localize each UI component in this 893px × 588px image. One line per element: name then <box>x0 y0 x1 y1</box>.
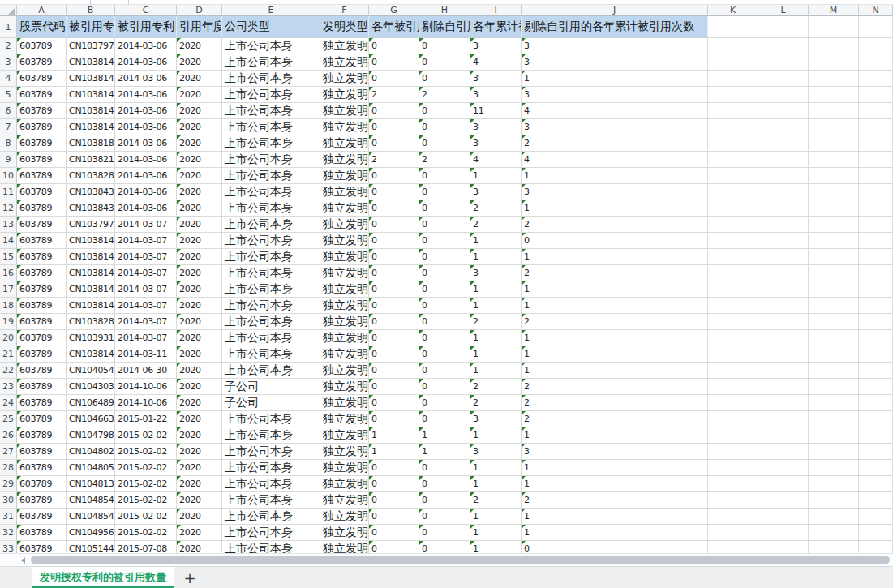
cell-K21[interactable] <box>708 346 758 363</box>
cell-E28[interactable]: 上市公司本身 <box>222 460 320 476</box>
cell-M29[interactable] <box>809 476 859 492</box>
cell-K22[interactable] <box>708 363 758 379</box>
cell-B14[interactable]: CN103814 <box>67 233 115 249</box>
cell-J22[interactable]: 1 <box>522 363 708 379</box>
cell-I29[interactable]: 1 <box>470 476 522 492</box>
cell-N7[interactable] <box>859 119 893 135</box>
cell-C3[interactable]: 2014-03-06 <box>115 54 177 71</box>
cell-L32[interactable] <box>758 525 809 541</box>
cell-G21[interactable]: 0 <box>369 346 419 363</box>
cell-F32[interactable]: 独立发明 <box>320 525 369 541</box>
cell-B27[interactable]: CN104802 <box>67 444 115 460</box>
cell-I11[interactable]: 3 <box>470 184 522 200</box>
cell-H29[interactable]: 0 <box>419 476 470 492</box>
cell-N31[interactable] <box>859 509 893 525</box>
cell-C5[interactable]: 2014-03-06 <box>115 87 177 103</box>
cell-A1[interactable]: 股票代码 <box>17 16 67 38</box>
cell-H31[interactable]: 0 <box>419 509 470 525</box>
cell-C4[interactable]: 2014-03-06 <box>115 71 177 87</box>
row-number-26[interactable]: 26 <box>0 427 17 444</box>
cell-E4[interactable]: 上市公司本身 <box>222 71 320 87</box>
cell-A33[interactable]: 603789 <box>17 541 67 553</box>
cell-B22[interactable]: CN104054 <box>67 363 115 379</box>
cell-H6[interactable]: 0 <box>419 103 470 119</box>
cell-C6[interactable]: 2014-03-06 <box>115 103 177 119</box>
row-number-33[interactable]: 33 <box>0 541 17 553</box>
cell-F10[interactable]: 独立发明 <box>320 168 369 184</box>
cell-J10[interactable]: 1 <box>522 168 708 184</box>
cell-C22[interactable]: 2014-06-30 <box>115 363 177 379</box>
cell-E16[interactable]: 上市公司本身 <box>222 265 320 281</box>
cell-B21[interactable]: CN103814 <box>67 346 115 363</box>
cell-E5[interactable]: 上市公司本身 <box>222 87 320 103</box>
row-number-12[interactable]: 12 <box>0 200 17 217</box>
cell-D12[interactable]: 2020 <box>177 200 222 217</box>
cell-H4[interactable]: 0 <box>419 71 470 87</box>
cell-E30[interactable]: 上市公司本身 <box>222 492 320 509</box>
cell-M26[interactable] <box>809 427 859 444</box>
cell-C7[interactable]: 2014-03-06 <box>115 119 177 135</box>
cell-I23[interactable]: 2 <box>470 379 522 395</box>
cell-J11[interactable]: 3 <box>522 184 708 200</box>
cell-I25[interactable]: 3 <box>470 411 522 427</box>
column-header-C[interactable]: C <box>115 5 177 16</box>
row-number-22[interactable]: 22 <box>0 363 17 379</box>
cell-I8[interactable]: 3 <box>470 135 522 152</box>
scroll-left-arrow-icon[interactable] <box>21 557 25 564</box>
cell-G11[interactable]: 0 <box>369 184 419 200</box>
cell-D16[interactable]: 2020 <box>177 265 222 281</box>
cell-I33[interactable]: 1 <box>470 541 522 553</box>
cell-F31[interactable]: 独立发明 <box>320 509 369 525</box>
cell-L20[interactable] <box>758 330 809 346</box>
cell-D2[interactable]: 2020 <box>177 38 222 54</box>
column-header-E[interactable]: E <box>222 5 320 16</box>
cell-K3[interactable] <box>708 54 758 71</box>
cell-E1[interactable]: 公司类型 <box>222 16 320 38</box>
cell-K25[interactable] <box>708 411 758 427</box>
cell-E20[interactable]: 上市公司本身 <box>222 330 320 346</box>
cell-A4[interactable]: 603789 <box>17 71 67 87</box>
cell-M24[interactable] <box>809 395 859 411</box>
cell-M18[interactable] <box>809 298 859 314</box>
cell-J1[interactable]: 剔除自引用的各年累计被引用次数 <box>522 16 708 38</box>
cell-C21[interactable]: 2014-03-11 <box>115 346 177 363</box>
cell-F28[interactable]: 独立发明 <box>320 460 369 476</box>
cell-H2[interactable]: 0 <box>419 38 470 54</box>
cell-G9[interactable]: 2 <box>369 152 419 168</box>
column-header-I[interactable]: I <box>470 5 522 16</box>
cell-A18[interactable]: 603789 <box>17 298 67 314</box>
cell-N6[interactable] <box>859 103 893 119</box>
cell-K31[interactable] <box>708 509 758 525</box>
cell-A8[interactable]: 603789 <box>17 135 67 152</box>
cell-J17[interactable]: 1 <box>522 281 708 298</box>
row-number-21[interactable]: 21 <box>0 346 17 363</box>
cell-E23[interactable]: 子公司 <box>222 379 320 395</box>
cell-L10[interactable] <box>758 168 809 184</box>
cell-D20[interactable]: 2020 <box>177 330 222 346</box>
cell-C9[interactable]: 2014-03-06 <box>115 152 177 168</box>
row-number-32[interactable]: 32 <box>0 525 17 541</box>
cell-D28[interactable]: 2020 <box>177 460 222 476</box>
cell-I13[interactable]: 2 <box>470 217 522 233</box>
sheet-tab-active[interactable]: 发明授权专利的被引用数量 <box>32 567 174 588</box>
cell-M30[interactable] <box>809 492 859 509</box>
cell-G2[interactable]: 0 <box>369 38 419 54</box>
cell-D23[interactable]: 2020 <box>177 379 222 395</box>
cell-I26[interactable]: 1 <box>470 427 522 444</box>
cell-A9[interactable]: 603789 <box>17 152 67 168</box>
cell-G12[interactable]: 0 <box>369 200 419 217</box>
cell-J28[interactable]: 1 <box>522 460 708 476</box>
cell-L16[interactable] <box>758 265 809 281</box>
cell-G24[interactable]: 0 <box>369 395 419 411</box>
cell-I19[interactable]: 2 <box>470 314 522 330</box>
cell-N14[interactable] <box>859 233 893 249</box>
cell-C29[interactable]: 2015-02-02 <box>115 476 177 492</box>
cell-A22[interactable]: 603789 <box>17 363 67 379</box>
cell-J5[interactable]: 3 <box>522 87 708 103</box>
cell-C12[interactable]: 2014-03-06 <box>115 200 177 217</box>
cell-G14[interactable]: 0 <box>369 233 419 249</box>
cell-L21[interactable] <box>758 346 809 363</box>
cell-K6[interactable] <box>708 103 758 119</box>
cell-M13[interactable] <box>809 217 859 233</box>
cell-C23[interactable]: 2014-10-06 <box>115 379 177 395</box>
